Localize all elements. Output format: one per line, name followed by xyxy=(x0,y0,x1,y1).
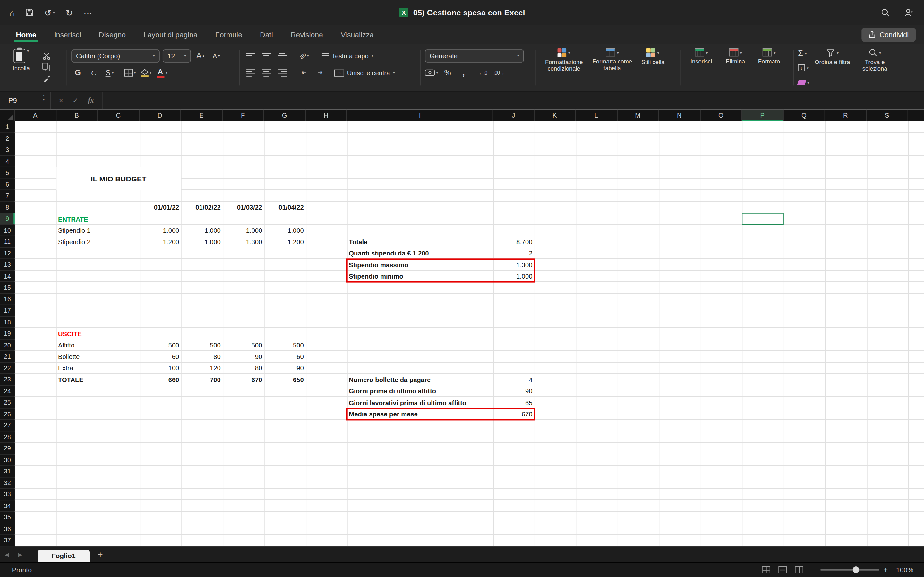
insert-function-icon[interactable]: fx xyxy=(88,96,94,105)
cell-F22[interactable]: 80 xyxy=(222,363,264,374)
row-header-8[interactable]: 8 xyxy=(0,201,15,213)
cell-I23[interactable]: Numero bollette da pagare xyxy=(347,374,493,385)
cell-E21[interactable]: 80 xyxy=(181,351,222,363)
cell-E8[interactable]: 01/02/22 xyxy=(181,201,222,213)
row-header-2[interactable]: 2 xyxy=(0,133,15,144)
underline-button[interactable]: S▾ xyxy=(103,66,116,79)
cell-E10[interactable]: 1.000 xyxy=(181,225,222,236)
row-header-36[interactable]: 36 xyxy=(0,523,15,535)
column-header-D[interactable]: D xyxy=(139,110,181,121)
cell-G23[interactable]: 650 xyxy=(264,374,305,385)
save-icon[interactable] xyxy=(25,8,34,17)
cell-I14[interactable]: Stipendio minimo xyxy=(347,271,493,282)
sheet-body[interactable]: IL MIO BUDGET01/01/2201/02/2201/03/2201/… xyxy=(15,121,924,546)
cell-I25[interactable]: Giorni lavorativi prima di ultimo affitt… xyxy=(347,397,493,408)
column-header-O[interactable]: O xyxy=(700,110,742,121)
row-header-31[interactable]: 31 xyxy=(0,466,15,477)
cell-B9[interactable]: ENTRATE xyxy=(56,213,97,225)
tab-visualizza[interactable]: Visualizza xyxy=(333,26,381,43)
cell-D23[interactable]: 660 xyxy=(139,374,181,385)
cell-G11[interactable]: 1.200 xyxy=(264,236,305,248)
format-painter-button[interactable] xyxy=(40,73,53,84)
cell-J25[interactable]: 65 xyxy=(493,397,534,408)
row-header-30[interactable]: 30 xyxy=(0,454,15,466)
cell-I11[interactable]: Totale xyxy=(347,236,493,248)
zoom-slider[interactable] xyxy=(820,569,879,571)
tab-revisione[interactable]: Revisione xyxy=(283,26,331,43)
row-header-32[interactable]: 32 xyxy=(0,477,15,489)
name-box-spinner[interactable]: ▲▼ xyxy=(42,94,45,101)
home-icon[interactable]: ⌂ xyxy=(9,8,15,17)
cell-G21[interactable]: 60 xyxy=(264,351,305,363)
column-header-S[interactable]: S xyxy=(867,110,908,121)
row-header-1[interactable]: 1 xyxy=(0,121,15,133)
zoom-out-icon[interactable]: − xyxy=(811,566,815,573)
tab-disegno[interactable]: Disegno xyxy=(91,26,134,43)
account-icon[interactable] xyxy=(904,8,913,17)
tab-dati[interactable]: Dati xyxy=(252,26,281,43)
row-header-5[interactable]: 5 xyxy=(0,167,15,179)
share-button[interactable]: Condividi xyxy=(861,27,916,41)
font-name-select[interactable]: Calibri (Corpo) ▾ xyxy=(71,49,160,62)
cell-F8[interactable]: 01/03/22 xyxy=(222,201,264,213)
cell-D10[interactable]: 1.000 xyxy=(139,225,181,236)
search-icon[interactable] xyxy=(881,8,890,17)
align-middle-button[interactable] xyxy=(260,49,273,62)
row-header-37[interactable]: 37 xyxy=(0,535,15,546)
row-header-3[interactable]: 3 xyxy=(0,144,15,156)
wrap-text-button[interactable]: Testo a capo ▾ xyxy=(322,49,373,62)
tab-layout-di-pagina[interactable]: Layout di pagina xyxy=(136,26,205,43)
autosum-button[interactable]: Σ▾ xyxy=(798,48,809,58)
delete-cells-button[interactable]: ▾ Elimina xyxy=(720,47,750,89)
zoom-in-icon[interactable]: + xyxy=(884,566,888,573)
undo-button[interactable]: ↺▾ xyxy=(44,8,55,17)
column-header-G[interactable]: G xyxy=(264,110,305,121)
cell-D8[interactable]: 01/01/22 xyxy=(139,201,181,213)
redo-button[interactable]: ↻ xyxy=(65,8,73,17)
grow-font-button[interactable]: A▴ xyxy=(194,49,207,62)
insert-cells-button[interactable]: ▾ Inserisci xyxy=(685,47,717,89)
cell-J11[interactable]: 8.700 xyxy=(493,236,534,248)
row-header-35[interactable]: 35 xyxy=(0,512,15,523)
formula-input[interactable] xyxy=(103,92,924,109)
zoom-slider-knob[interactable] xyxy=(853,566,859,573)
orientation-button[interactable]: ab▾ xyxy=(298,49,310,62)
number-format-select[interactable]: Generale ▾ xyxy=(425,49,524,62)
tab-formule[interactable]: Formule xyxy=(208,26,250,43)
row-header-29[interactable]: 29 xyxy=(0,443,15,454)
column-header-R[interactable]: R xyxy=(825,110,866,121)
select-all-corner[interactable] xyxy=(0,110,15,121)
conditional-formatting-button[interactable]: ▾ Formattazione condizionale xyxy=(540,47,588,89)
cell-styles-button[interactable]: ▾ Stili cella xyxy=(636,47,670,89)
row-header-34[interactable]: 34 xyxy=(0,500,15,512)
format-cells-button[interactable]: ▾ Formato xyxy=(754,47,784,89)
add-sheet-button[interactable]: + xyxy=(89,550,111,559)
cell-E22[interactable]: 120 xyxy=(181,363,222,374)
row-header-13[interactable]: 13 xyxy=(0,259,15,271)
row-header-18[interactable]: 18 xyxy=(0,316,15,328)
align-top-button[interactable] xyxy=(244,49,257,62)
cell-G20[interactable]: 500 xyxy=(264,340,305,351)
cell-D22[interactable]: 100 xyxy=(139,363,181,374)
column-header-F[interactable]: F xyxy=(222,110,264,121)
column-header-Q[interactable]: Q xyxy=(783,110,825,121)
percent-format-button[interactable]: % xyxy=(441,66,454,79)
format-as-table-button[interactable]: ▾ Formatta come tabella xyxy=(590,47,634,89)
row-header-28[interactable]: 28 xyxy=(0,431,15,443)
row-header-16[interactable]: 16 xyxy=(0,293,15,305)
more-commands-icon[interactable]: ⋯ xyxy=(83,8,92,17)
row-header-33[interactable]: 33 xyxy=(0,488,15,500)
row-header-20[interactable]: 20 xyxy=(0,340,15,351)
cell-D20[interactable]: 500 xyxy=(139,340,181,351)
cell-D21[interactable]: 60 xyxy=(139,351,181,363)
row-header-21[interactable]: 21 xyxy=(0,351,15,363)
cell-E23[interactable]: 700 xyxy=(181,374,222,385)
clear-button[interactable]: ▾ xyxy=(798,77,809,87)
paste-button[interactable]: ▾ Incolla xyxy=(6,47,37,89)
cell-J14[interactable]: 1.000 xyxy=(493,271,534,282)
row-header-23[interactable]: 23 xyxy=(0,374,15,385)
page-break-view-icon[interactable] xyxy=(795,566,803,573)
column-header-M[interactable]: M xyxy=(617,110,659,121)
fill-color-button[interactable]: ▾ xyxy=(140,66,152,79)
column-header-J[interactable]: J xyxy=(493,110,534,121)
